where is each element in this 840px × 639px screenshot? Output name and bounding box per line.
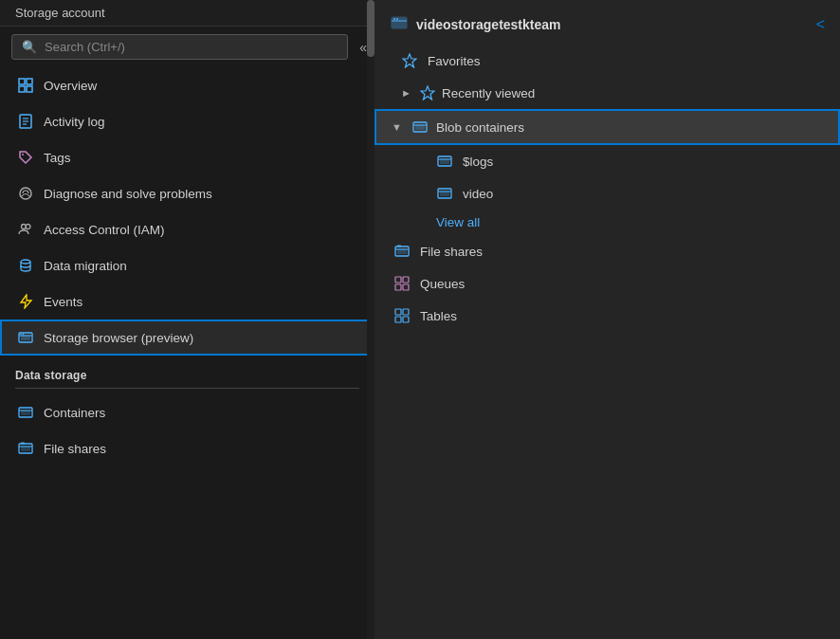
expand-icon-blob: ▼ <box>392 121 402 133</box>
rp-item-label: Queues <box>420 277 465 291</box>
rp-item-queues[interactable]: Queues <box>374 267 840 300</box>
diagnose-icon <box>17 185 34 202</box>
svg-point-28 <box>396 18 398 20</box>
sidebar-item-label: Diagnose and solve problems <box>44 187 212 201</box>
search-bar[interactable]: 🔍 <box>11 34 348 60</box>
svg-rect-50 <box>395 317 401 322</box>
svg-rect-48 <box>395 309 401 315</box>
svg-point-17 <box>23 334 25 336</box>
storage-browser-icon <box>17 329 34 346</box>
svg-marker-29 <box>403 54 416 67</box>
svg-rect-46 <box>395 284 401 290</box>
sidebar-item-activity-log[interactable]: Activity log <box>0 103 374 139</box>
rp-item-logs[interactable]: $logs <box>374 145 840 177</box>
sidebar-item-label: Data migration <box>44 259 127 273</box>
view-all-link[interactable]: View all <box>374 210 840 235</box>
sidebar-item-label: Containers <box>44 406 105 420</box>
sidebar-item-containers[interactable]: Containers <box>0 394 374 430</box>
rp-item-tables[interactable]: Tables <box>374 300 840 332</box>
rp-item-label: $logs <box>463 155 493 169</box>
rp-item-label: Tables <box>420 309 457 323</box>
sidebar-item-file-shares[interactable]: File shares <box>0 430 374 466</box>
rp-item-label: video <box>463 187 493 201</box>
rp-item-label: Blob containers <box>436 120 524 135</box>
rp-item-right-file-shares[interactable]: File shares <box>374 235 840 267</box>
sidebar-item-label: Overview <box>44 79 97 93</box>
nav-list: Overview Activity log Tags <box>0 67 374 639</box>
sidebar-item-access-control[interactable]: Access Control (IAM) <box>0 211 374 247</box>
svg-rect-49 <box>403 309 409 315</box>
file-shares-icon <box>17 440 34 457</box>
sidebar-item-overview[interactable]: Overview <box>0 67 374 103</box>
overview-icon <box>17 77 34 94</box>
sidebar-item-label: Access Control (IAM) <box>44 223 165 237</box>
file-shares-right-icon <box>393 243 411 260</box>
tags-icon <box>17 149 34 166</box>
favorites-icon <box>401 52 418 69</box>
sidebar-item-label: Storage browser (preview) <box>44 331 193 345</box>
svg-rect-3 <box>27 86 32 92</box>
sidebar-item-label: Activity log <box>44 115 105 129</box>
sidebar-item-storage-browser[interactable]: Storage browser (preview) <box>0 320 374 356</box>
video-icon <box>436 185 453 202</box>
storage-account-icon <box>390 13 409 35</box>
svg-rect-24 <box>21 442 25 445</box>
data-storage-section-label: Data storage <box>0 356 374 386</box>
expand-icon-recently-viewed: ► <box>401 87 411 99</box>
scrollbar-track <box>367 0 374 639</box>
blob-containers-icon <box>411 119 429 136</box>
page-title: Storage account <box>15 6 105 20</box>
rp-item-label: Recently viewed <box>442 86 535 100</box>
rp-item-blob-containers[interactable]: ▼ Blob containers <box>374 109 840 145</box>
svg-marker-30 <box>421 86 434 100</box>
sidebar-item-tags[interactable]: Tags <box>0 139 374 175</box>
events-icon <box>17 293 34 310</box>
svg-point-27 <box>393 18 395 20</box>
search-icon: 🔍 <box>22 40 37 54</box>
logs-icon <box>436 153 453 170</box>
svg-point-16 <box>20 334 22 336</box>
rp-item-favorites[interactable]: Favorites <box>374 45 840 77</box>
svg-point-8 <box>22 154 24 155</box>
rp-item-video[interactable]: video <box>374 177 840 210</box>
svg-rect-51 <box>403 317 409 322</box>
sidebar: Storage account 🔍 « Overview <box>0 0 374 639</box>
sidebar-item-data-migration[interactable]: Data migration <box>0 247 374 283</box>
svg-rect-45 <box>403 277 409 283</box>
sidebar-item-label: File shares <box>44 442 106 456</box>
svg-rect-0 <box>19 79 25 84</box>
sidebar-item-events[interactable]: Events <box>0 283 374 320</box>
svg-rect-2 <box>19 86 25 92</box>
right-panel: videostoragetestkteam < Favorites ► Rece… <box>374 0 840 639</box>
data-migration-icon <box>17 257 34 274</box>
back-button[interactable]: < <box>816 16 825 33</box>
svg-point-12 <box>21 260 30 264</box>
sidebar-item-label: Events <box>44 295 82 309</box>
recently-viewed-icon <box>419 84 436 101</box>
rp-account-name-row: videostoragetestkteam <box>390 13 561 35</box>
svg-rect-44 <box>395 277 401 283</box>
sidebar-header: Storage account <box>0 0 374 27</box>
activity-log-icon <box>17 113 34 130</box>
rp-item-label: Favorites <box>428 54 481 68</box>
tables-icon <box>393 307 411 324</box>
svg-rect-47 <box>403 284 409 290</box>
iam-icon <box>17 221 34 238</box>
scrollbar-thumb[interactable] <box>367 0 374 57</box>
account-name: videostoragetestkteam <box>416 17 561 32</box>
rp-item-recently-viewed[interactable]: ► Recently viewed <box>374 77 840 109</box>
search-row: 🔍 « <box>0 27 374 67</box>
section-divider <box>15 388 359 389</box>
rp-item-label: File shares <box>420 245 483 259</box>
search-input[interactable] <box>45 40 338 54</box>
sidebar-item-label: Tags <box>44 151 71 165</box>
rp-account-header: videostoragetestkteam < <box>374 4 840 45</box>
svg-rect-1 <box>27 79 32 84</box>
svg-rect-43 <box>397 245 401 247</box>
containers-icon <box>17 404 34 421</box>
queues-icon <box>393 275 411 292</box>
sidebar-item-diagnose[interactable]: Diagnose and solve problems <box>0 175 374 211</box>
